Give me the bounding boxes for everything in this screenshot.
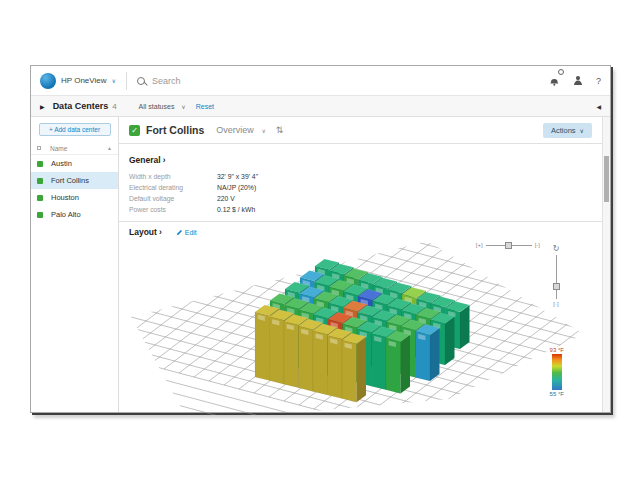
- rotate-icon[interactable]: ↻: [553, 244, 560, 253]
- field-value: 220 V: [217, 195, 235, 202]
- related-resources-icon[interactable]: ⇅: [276, 125, 284, 135]
- layout-3d-canvas[interactable]: [+] [-] ↻ [·] 93 °F: [129, 239, 592, 415]
- search-input[interactable]: [152, 76, 539, 86]
- general-field-row: Width x depth32' 9" x 39' 4": [129, 171, 592, 182]
- field-value: 32' 9" x 39' 4": [217, 173, 258, 180]
- datacenter-name: Houston: [51, 193, 79, 202]
- expand-menu-icon[interactable]: ▶: [40, 103, 45, 110]
- top-toolbar: HP OneView ∨ ?: [31, 66, 610, 96]
- datacenter-list-item[interactable]: Palo Alto: [31, 206, 118, 223]
- field-value: NA/JP (20%): [217, 184, 256, 191]
- search-icon: [137, 77, 145, 85]
- collapse-panel-icon[interactable]: ◀: [596, 103, 601, 110]
- datacenter-name: Palo Alto: [51, 210, 81, 219]
- filter-bar: ▶ Data Centers 4 All statuses ∨ Reset ◀: [31, 96, 610, 117]
- toolbar-divider: [126, 72, 127, 90]
- rack-layout-scene[interactable]: [129, 239, 602, 415]
- zoom-slider-thumb[interactable]: [505, 242, 512, 249]
- alerts-bell-icon[interactable]: [549, 72, 560, 90]
- status-ok-icon: [37, 161, 43, 167]
- status-ok-icon: ✓: [129, 125, 140, 136]
- brand-chevron-down-icon[interactable]: ∨: [112, 77, 116, 84]
- app-window: HP OneView ∨ ? ▶ Data Centers: [30, 65, 611, 413]
- legend-min-label: 55 °F: [550, 391, 564, 397]
- reset-view-icon[interactable]: [·]: [553, 301, 558, 307]
- main-panel: ✓ Fort Collins Overview ∨ ⇅ Actions∨ Gen…: [119, 117, 610, 412]
- field-label: Electrical derating: [129, 184, 217, 191]
- scrollbar-thumb[interactable]: [604, 156, 609, 202]
- user-icon[interactable]: [573, 72, 583, 90]
- datacenter-name: Fort Collins: [51, 176, 89, 185]
- zoom-in-icon[interactable]: [+]: [476, 242, 483, 248]
- edit-layout-link[interactable]: Edit: [176, 229, 197, 236]
- help-icon[interactable]: ?: [596, 76, 601, 86]
- resource-title: Fort Collins: [146, 124, 204, 136]
- temperature-legend: 93 °F 55 °F: [550, 347, 564, 397]
- field-label: Power costs: [129, 206, 217, 213]
- brand-label: HP OneView: [61, 76, 107, 85]
- resource-header: ✓ Fort Collins Overview ∨ ⇅ Actions∨: [119, 117, 602, 144]
- status-filter-dropdown[interactable]: All statuses ∨: [139, 103, 186, 110]
- status-ok-icon: [37, 195, 43, 201]
- legend-max-label: 93 °F: [550, 347, 564, 353]
- actions-button[interactable]: Actions∨: [543, 123, 592, 138]
- status-ok-icon: [37, 212, 43, 218]
- datacenter-list-item[interactable]: Houston: [31, 189, 118, 206]
- zoom-slider[interactable]: [+] [-]: [476, 242, 540, 248]
- status-column-icon: [37, 146, 41, 150]
- hp-logo-icon: [40, 73, 56, 89]
- general-field-row: Electrical deratingNA/JP (20%): [129, 182, 592, 193]
- pencil-icon: [176, 229, 183, 236]
- name-column-header: Name: [50, 145, 67, 152]
- general-heading[interactable]: General›: [129, 155, 166, 165]
- layout-section: Layout› Edit [+]: [119, 222, 602, 421]
- datacenter-name: Austin: [51, 159, 72, 168]
- view-selector-dropdown[interactable]: Overview ∨: [216, 125, 265, 135]
- status-ok-icon: [37, 178, 43, 184]
- field-label: Width x depth: [129, 173, 217, 180]
- datacenter-list-item[interactable]: Fort Collins: [31, 172, 118, 189]
- zoom-out-icon[interactable]: [-]: [535, 242, 540, 248]
- tilt-slider-track[interactable]: [556, 255, 557, 299]
- general-field-row: Default voltage220 V: [129, 193, 592, 204]
- general-field-row: Power costs0.12 $ / kWh: [129, 204, 592, 215]
- resource-count: 4: [112, 102, 116, 111]
- page-title: Data Centers: [53, 101, 109, 111]
- field-label: Default voltage: [129, 195, 217, 202]
- list-header[interactable]: Name ▲: [31, 142, 118, 155]
- field-value: 0.12 $ / kWh: [217, 206, 255, 213]
- vertical-scrollbar[interactable]: [602, 117, 610, 412]
- legend-gradient-bar: [552, 354, 562, 390]
- general-section: General› Width x depth32' 9" x 39' 4"Ele…: [119, 144, 602, 221]
- zoom-slider-track[interactable]: [486, 245, 532, 246]
- tilt-slider-thumb[interactable]: [553, 283, 560, 290]
- layout-heading[interactable]: Layout›: [129, 227, 162, 237]
- reset-filter-link[interactable]: Reset: [196, 103, 214, 110]
- sort-asc-icon[interactable]: ▲: [107, 145, 112, 151]
- alert-badge: [558, 69, 564, 75]
- datacenter-list-item[interactable]: Austin: [31, 155, 118, 172]
- add-data-center-button[interactable]: + Add data center: [39, 123, 111, 136]
- datacenter-sidebar: + Add data center Name ▲ AustinFort Coll…: [31, 117, 119, 412]
- rotate-control[interactable]: ↻ [·]: [550, 244, 562, 307]
